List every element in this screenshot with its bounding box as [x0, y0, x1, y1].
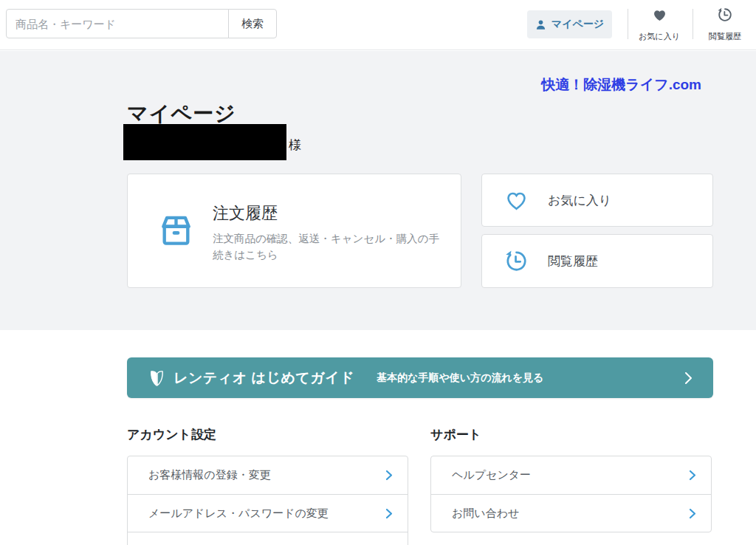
favorites-nav[interactable]: お気に入り: [636, 7, 682, 42]
mypage-hero: 快適！除湿機ライフ.com マイページ 様 注文履歴 注文商品の確認、返送・キャ…: [0, 51, 756, 330]
chevron-right-icon: [684, 371, 693, 385]
email-password-label: メールアドレス・パスワードの変更: [148, 507, 329, 521]
favorites-card-label: お気に入り: [548, 192, 611, 209]
package-box-icon: [156, 209, 196, 252]
history-clock-icon: [717, 7, 733, 23]
chevron-right-icon: [385, 508, 393, 519]
contact-link[interactable]: お問い合わせ: [431, 494, 711, 532]
chevron-right-icon: [689, 470, 696, 481]
support-list: ヘルプセンター お問い合わせ: [430, 456, 712, 532]
chevron-right-icon: [689, 508, 696, 519]
customer-info-link[interactable]: お客様情報の登録・変更: [128, 456, 408, 494]
heart-outline-icon: [504, 188, 529, 213]
beginner-guide-banner[interactable]: レンティオ はじめてガイド 基本的な手順や使い方の流れを見る: [127, 357, 713, 398]
history-clock-icon: [504, 249, 529, 273]
favorites-nav-label: お気に入り: [639, 32, 680, 42]
order-history-description: 注文商品の確認、返送・キャンセル・購入の手続きはこちら: [213, 230, 443, 264]
user-honorific: 様: [289, 137, 301, 154]
email-password-link[interactable]: メールアドレス・パスワードの変更: [128, 494, 408, 532]
support-heading: サポート: [430, 426, 481, 443]
top-bar: 検索 マイページ お気に入り 閲覧履歴: [0, 0, 756, 50]
help-center-label: ヘルプセンター: [452, 468, 531, 482]
redacted-user-name: [123, 124, 286, 160]
chevron-right-icon: [385, 470, 393, 481]
beginner-mark-icon: [149, 368, 165, 388]
person-icon: [535, 19, 546, 30]
heart-icon: [652, 7, 667, 23]
history-nav[interactable]: 閲覧履歴: [702, 7, 748, 42]
mypage-button[interactable]: マイページ: [527, 10, 612, 38]
mypage-button-label: マイページ: [551, 18, 604, 31]
help-center-link[interactable]: ヘルプセンター: [431, 456, 711, 494]
account-settings-heading: アカウント設定: [127, 426, 216, 443]
order-history-card[interactable]: 注文履歴 注文商品の確認、返送・キャンセル・購入の手続きはこちら: [127, 174, 461, 288]
search-button[interactable]: 検索: [228, 9, 277, 38]
history-nav-label: 閲覧履歴: [709, 32, 741, 42]
search-input[interactable]: [6, 9, 229, 38]
contact-label: お問い合わせ: [452, 507, 519, 521]
guide-banner-subtitle: 基本的な手順や使い方の流れを見る: [377, 371, 543, 385]
favorites-card[interactable]: お気に入り: [481, 174, 713, 227]
customer-info-label: お客様情報の登録・変更: [148, 468, 271, 482]
header-divider: [693, 9, 693, 39]
account-settings-list: お客様情報の登録・変更 メールアドレス・パスワードの変更: [127, 456, 408, 545]
search-group: 検索: [6, 9, 277, 38]
history-card[interactable]: 閲覧履歴: [481, 234, 713, 288]
header-divider: [628, 9, 628, 39]
history-card-label: 閲覧履歴: [548, 253, 598, 270]
site-link[interactable]: 快適！除湿機ライフ.com: [541, 75, 701, 95]
account-settings-partial-row[interactable]: [128, 532, 408, 545]
guide-banner-title: レンティオ はじめてガイド: [173, 369, 354, 388]
order-history-title: 注文履歴: [213, 202, 278, 224]
